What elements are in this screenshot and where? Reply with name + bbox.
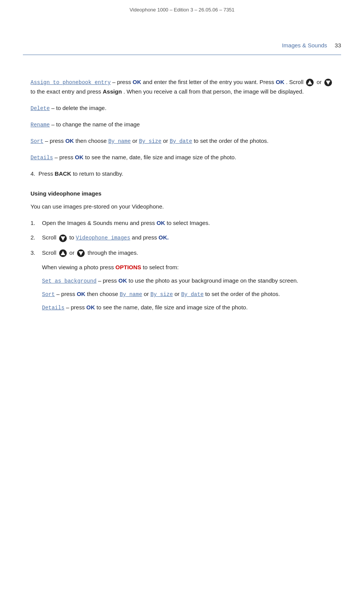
assign-bold: Assign xyxy=(103,88,122,95)
ok-bg: OK xyxy=(118,277,127,284)
step4-text2: to return to standby. xyxy=(73,170,123,177)
by-name-2: By name xyxy=(120,291,142,298)
rename-link: Rename xyxy=(31,122,50,128)
videophone-images-link: Videophone images xyxy=(76,235,130,241)
scroll-up-icon-2 xyxy=(59,249,67,257)
by-size-1: By size xyxy=(139,138,161,144)
details-paragraph-2: Details – press OK to see the name, date… xyxy=(42,303,333,312)
ok-sort-1: OK xyxy=(65,137,74,144)
ok-bold-1: OK xyxy=(133,79,142,85)
details-text-2: to see the name, date, file size and ima… xyxy=(85,154,236,160)
by-date-1: By date xyxy=(170,138,192,144)
viewing-text-1: When viewing a photo press xyxy=(42,264,116,270)
page-number: 33 xyxy=(335,42,341,49)
scroll-up-icon xyxy=(306,78,314,87)
section-title: Images & Sounds xyxy=(282,42,327,49)
step-1-num: 1. xyxy=(31,218,35,228)
set-bg-text1: – press xyxy=(98,277,118,284)
or-text-1: or xyxy=(317,79,324,85)
assign-text4: to the exact entry and press xyxy=(31,88,103,95)
delete-text: – to delete the image. xyxy=(52,105,106,111)
rename-text: – to change the name of the image xyxy=(52,121,140,128)
rename-paragraph: Rename – to change the name of the image xyxy=(31,120,333,129)
intro-paragraph: You can use images pre-stored on your Vi… xyxy=(31,202,333,212)
viewing-text-2: to select from: xyxy=(143,264,179,270)
ok-step1: OK xyxy=(156,220,165,226)
step4-paragraph: 4. Press BACK to return to standby. xyxy=(31,169,333,179)
scroll-down-icon-2 xyxy=(59,234,67,243)
assign-text1: – press xyxy=(112,79,131,85)
set-bg-link: Set as background xyxy=(42,278,97,284)
step-3: 3. Scroll or through the images. When vi… xyxy=(31,248,333,313)
scroll-down-icon xyxy=(324,78,332,87)
details-text-4: to see the name, date, file size and ima… xyxy=(97,304,248,311)
options-bold: OPTIONS xyxy=(116,264,142,270)
page-info: Images & Sounds 33 xyxy=(282,42,341,49)
step-2: 2. Scroll to Videophone images and press… xyxy=(31,233,333,243)
step-3-text2: through the images. xyxy=(88,249,139,256)
or-5: or xyxy=(174,291,181,297)
details-link-2: Details xyxy=(42,305,64,311)
details-text-1: – press xyxy=(55,154,75,160)
scroll-down-icon-3 xyxy=(77,249,85,257)
step-2-to: to xyxy=(69,234,76,241)
sort-text-6: to set the order of the photos. xyxy=(205,291,280,297)
step-2-num: 2. xyxy=(31,233,35,243)
steps-list: 1. Open the Images & Sounds menu and pre… xyxy=(31,218,333,313)
header-title: Videophone 1000 – Edition 3 – 26.05.06 –… xyxy=(129,7,234,13)
sort-link-1: Sort xyxy=(31,138,43,144)
sort-text-5: then choose xyxy=(87,291,120,297)
by-name-1: By name xyxy=(108,138,131,144)
step-3-text1: Scroll xyxy=(42,249,58,256)
ok-sort-2: OK xyxy=(77,291,85,297)
ok-details-1: OK xyxy=(75,154,84,160)
or-3: or xyxy=(163,137,170,144)
assign-text5: . When you receive a call from that pers… xyxy=(123,88,304,95)
delete-link: Delete xyxy=(31,105,50,112)
or-4: or xyxy=(144,291,151,297)
page-header: Videophone 1000 – Edition 3 – 26.05.06 –… xyxy=(0,0,364,16)
by-size-2: By size xyxy=(150,291,173,298)
sort-paragraph-2: Sort – press OK then choose By name or B… xyxy=(42,289,333,299)
step-2-text1: Scroll xyxy=(42,234,58,241)
or-2: or xyxy=(132,137,139,144)
details-paragraph-1: Details – press OK to see the name, date… xyxy=(31,153,333,162)
delete-paragraph: Delete – to delete the image. xyxy=(31,104,333,113)
step-3-num: 3. xyxy=(31,248,35,258)
ok-details-2: OK xyxy=(86,304,95,311)
back-bold: BACK xyxy=(55,170,71,177)
assign-text3: . Scroll xyxy=(286,79,305,85)
step-1-text2: to select Images. xyxy=(167,220,210,226)
viewing-text: When viewing a photo press OPTIONS to se… xyxy=(42,263,333,272)
set-bg-text2: to use the photo as your background imag… xyxy=(129,277,298,284)
details-text-3: – press xyxy=(66,304,86,311)
step-1-text1: Open the Images & Sounds menu and press xyxy=(42,220,156,226)
sort-paragraph-1: Sort – press OK then choose By name or B… xyxy=(31,136,333,146)
by-date-2: By date xyxy=(181,291,204,298)
step-3-or: or xyxy=(69,249,76,256)
ok-step2: OK. xyxy=(159,234,169,241)
assign-link: Assign to phonebook entry xyxy=(31,79,111,86)
sort-text-2: then choose xyxy=(76,137,108,144)
sort-text-4: – press xyxy=(56,291,77,297)
main-content: Assign to phonebook entry – press OK and… xyxy=(0,16,364,341)
section-heading: Using videophone images xyxy=(31,190,333,197)
step-2-text2: and press xyxy=(132,234,159,241)
section-heading-text: Using videophone images xyxy=(31,190,101,197)
sort-link-2: Sort xyxy=(42,291,55,298)
assign-paragraph: Assign to phonebook entry – press OK and… xyxy=(31,78,333,97)
header-divider xyxy=(23,55,341,55)
set-bg-paragraph: Set as background – press OK to use the … xyxy=(42,276,333,286)
sort-text-1: – press xyxy=(45,137,65,144)
assign-text2: and enter the first letter of the entry … xyxy=(143,79,276,85)
intro-text: You can use images pre-stored on your Vi… xyxy=(31,203,164,210)
sort-text-3: to set the order of the photos. xyxy=(194,137,269,144)
step-1: 1. Open the Images & Sounds menu and pre… xyxy=(31,218,333,228)
step4-num: 4. Press xyxy=(31,170,55,177)
details-link-1: Details xyxy=(31,155,53,161)
ok-bold-2: OK xyxy=(276,79,285,85)
